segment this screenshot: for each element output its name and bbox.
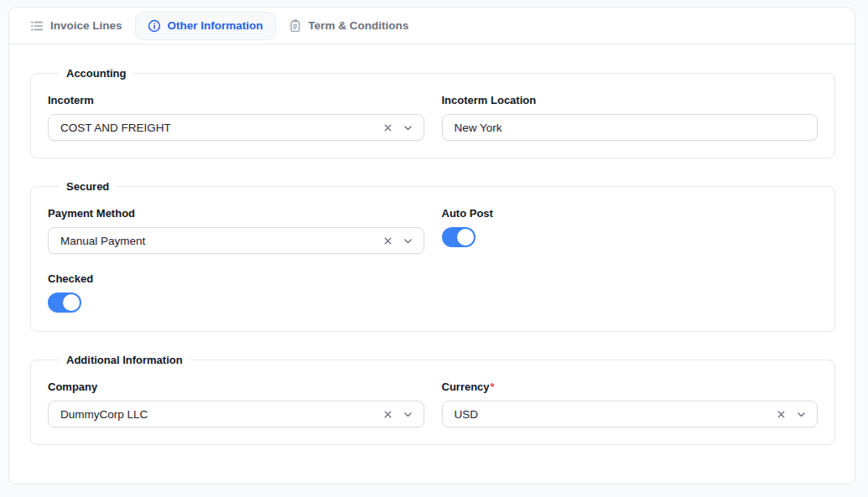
tab-bar: Invoice Lines Other Information Term [9,8,855,44]
incoterm-location-value: New York [455,122,502,134]
section-legend: Secured [59,180,117,193]
tab-invoice-lines[interactable]: Invoice Lines [30,19,122,33]
checked-toggle[interactable] [48,293,81,313]
currency-label: Currency* [442,381,819,393]
checked-label: Checked [48,272,424,285]
currency-field: Currency* USD [442,381,819,427]
chevron-down-icon[interactable] [403,236,413,246]
company-label: Company [48,381,424,393]
tab-other-information[interactable]: Other Information [135,12,276,40]
section-secured: Secured Payment Method Manual Payment [30,180,835,332]
tab-term-conditions[interactable]: Term & Conditions [288,19,409,33]
incoterm-select[interactable]: COST AND FREIGHT [48,114,424,141]
tab-label: Term & Conditions [309,19,409,32]
incoterm-field: Incoterm COST AND FREIGHT [48,94,424,141]
section-legend: Accounting [59,67,134,80]
tab-label: Invoice Lines [50,19,122,32]
incoterm-value: COST AND FREIGHT [60,122,171,134]
tab-label: Other Information [168,19,263,32]
payment-method-field: Payment Method Manual Payment [48,207,424,254]
auto-post-label: Auto Post [442,207,819,220]
tab-content: Accounting Incoterm COST AND FREIGHT [9,44,855,445]
section-legend: Additional Information [59,354,190,366]
toggle-knob [63,294,80,311]
section-additional-information: Additional Information Company DummyCorp… [30,354,835,445]
payment-method-value: Manual Payment [60,235,145,247]
company-value: DummyCorp LLC [60,408,148,421]
clear-icon[interactable] [382,409,393,420]
company-field: Company DummyCorp LLC [48,381,424,427]
incoterm-location-field: Incoterm Location New York [442,94,819,141]
company-select[interactable]: DummyCorp LLC [48,401,424,427]
auto-post-field: Auto Post [442,207,819,254]
currency-value: USD [455,408,479,421]
clear-icon[interactable] [382,122,393,133]
clear-icon[interactable] [776,409,787,420]
incoterm-location-input[interactable]: New York [442,114,819,141]
clear-icon[interactable] [382,236,393,246]
incoterm-label: Incoterm [48,94,424,106]
required-asterisk: * [491,381,495,393]
chevron-down-icon[interactable] [403,122,413,133]
list-icon [30,19,44,33]
chevron-down-icon[interactable] [403,409,413,420]
currency-select[interactable]: USD [442,401,819,427]
incoterm-location-label: Incoterm Location [442,94,819,106]
info-icon [148,19,161,33]
clipboard-icon [288,19,302,33]
toggle-knob [457,229,474,246]
section-accounting: Accounting Incoterm COST AND FREIGHT [30,67,835,158]
payment-method-select[interactable]: Manual Payment [48,227,424,254]
auto-post-toggle[interactable] [442,227,476,247]
chevron-down-icon[interactable] [796,409,807,420]
form-card: Invoice Lines Other Information Term [8,7,855,484]
payment-method-label: Payment Method [48,207,424,220]
checked-field: Checked [48,272,424,313]
